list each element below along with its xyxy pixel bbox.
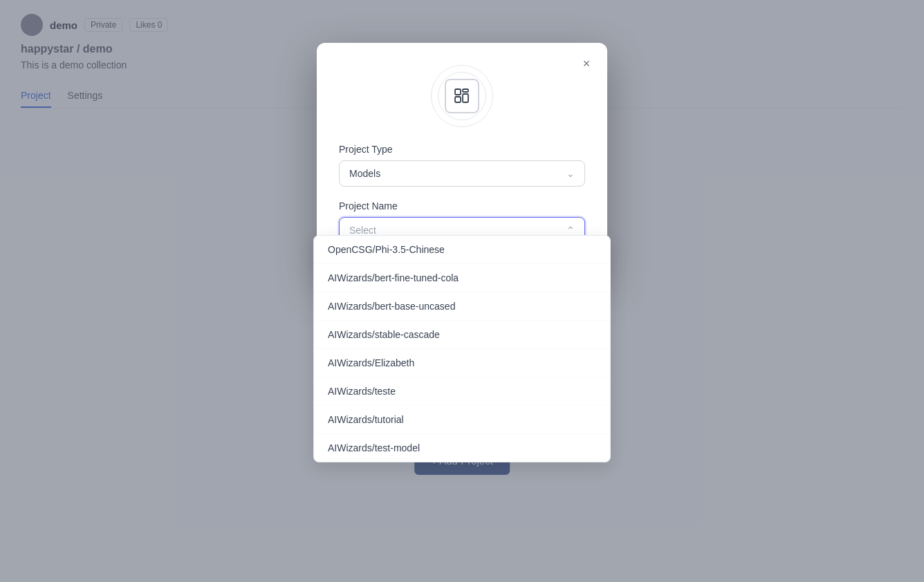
dropdown-item-0[interactable]: OpenCSG/Phi-3.5-Chinese	[314, 236, 610, 264]
dropdown-item-5[interactable]: AIWizards/teste	[314, 377, 610, 406]
dropdown-item-6[interactable]: AIWizards/tutorial	[314, 406, 610, 434]
dropdown-item-4[interactable]: AIWizards/Elizabeth	[314, 349, 610, 377]
chevron-up-icon: ⌃	[566, 225, 575, 236]
project-type-select[interactable]: Models ⌄	[339, 160, 585, 187]
dropdown-item-3[interactable]: AIWizards/stable-cascade	[314, 321, 610, 349]
dropdown-item-7[interactable]: AIWizards/test-model	[314, 434, 610, 462]
project-type-label: Project Type	[339, 144, 585, 155]
modal-icon-wrapper	[339, 65, 585, 127]
project-name-label: Project Name	[339, 200, 585, 212]
dropdown-item-2[interactable]: AIWizards/bert-base-uncased	[314, 292, 610, 321]
project-type-field: Project Type Models ⌄	[339, 144, 585, 187]
chevron-down-icon: ⌄	[566, 168, 575, 179]
project-type-value: Models	[349, 168, 380, 179]
project-name-dropdown: OpenCSG/Phi-3.5-Chinese AIWizards/bert-f…	[313, 235, 611, 462]
modal-close-button[interactable]: ×	[577, 54, 596, 73]
dropdown-item-1[interactable]: AIWizards/bert-fine-tuned-cola	[314, 264, 610, 292]
project-name-placeholder: Select	[349, 225, 376, 236]
icon-inner-circle	[438, 72, 486, 120]
